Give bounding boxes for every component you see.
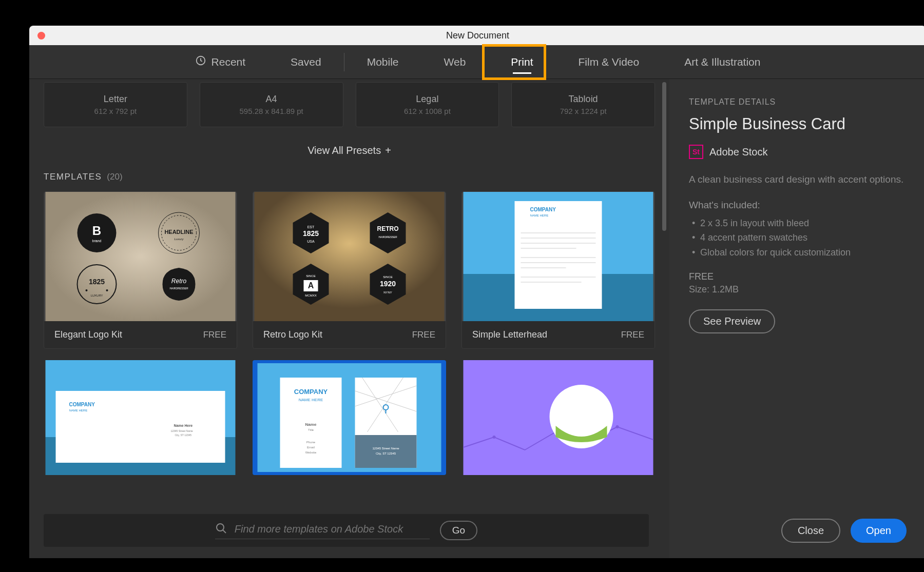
tab-label: Saved: [291, 56, 321, 68]
svg-text:USA: USA: [307, 240, 315, 243]
preset-tabloid[interactable]: Tabloid 792 x 1224 pt: [511, 82, 655, 127]
svg-text:12345 Street Name: 12345 Street Name: [372, 447, 399, 450]
plus-icon: +: [385, 145, 391, 156]
card-price: FREE: [203, 330, 226, 340]
open-button[interactable]: Open: [851, 519, 907, 543]
traffic-lights: [37, 32, 45, 40]
svg-line-75: [223, 530, 226, 533]
preset-dim: 595.28 x 841.89 pt: [239, 107, 303, 115]
svg-point-74: [217, 524, 224, 531]
scrollbar[interactable]: [662, 82, 666, 231]
template-card-infographic[interactable]: [461, 360, 655, 475]
svg-text:Name: Name: [305, 422, 317, 427]
template-card-envelope[interactable]: COMPANY NAME HERE Name Here 12345 Street…: [44, 360, 237, 475]
preset-name: Tabloid: [569, 94, 598, 105]
template-card-letterhead[interactable]: COMPANY NAME HERE Simple Letterhead FREE: [461, 191, 655, 349]
tab-art-illustration[interactable]: Art & Illustration: [662, 45, 783, 79]
svg-text:Luxury: Luxury: [174, 238, 184, 241]
tab-label: Mobile: [367, 56, 399, 68]
template-thumb: EST1825USA RETROHAIRDRESSER SINCEAMCMXX …: [253, 192, 446, 321]
new-document-window: New Document Recent Saved Mobile Web Pri…: [29, 26, 924, 558]
preset-dim: 792 x 1224 pt: [560, 107, 607, 115]
details-sidebar: TEMPLATE DETAILS Simple Business Card St…: [669, 79, 924, 558]
details-description: A clean business card design with accent…: [689, 172, 907, 187]
preset-letter[interactable]: Letter 612 x 792 pt: [44, 82, 187, 127]
list-item: Global colors for quick customization: [689, 245, 907, 260]
tab-saved[interactable]: Saved: [268, 45, 344, 79]
card-footer: Simple Letterhead FREE: [462, 321, 654, 348]
presets-row: Letter 612 x 792 pt A4 595.28 x 841.89 p…: [44, 82, 655, 127]
tab-recent[interactable]: Recent: [172, 45, 268, 79]
svg-text:COMPANY: COMPANY: [530, 207, 556, 212]
svg-text:1920: 1920: [380, 280, 396, 288]
svg-text:LUXURY: LUXURY: [90, 294, 103, 297]
svg-text:SINCE: SINCE: [306, 274, 315, 278]
main-panel: Letter 612 x 792 pt A4 595.28 x 841.89 p…: [29, 79, 669, 558]
svg-text:B: B: [92, 224, 101, 238]
titlebar: New Document: [29, 26, 924, 45]
stock-label: Adobe Stock: [709, 146, 767, 158]
search-bar: Go: [44, 514, 649, 547]
preset-name: Letter: [104, 94, 127, 105]
svg-text:Phone: Phone: [306, 441, 316, 444]
card-title: Simple Letterhead: [472, 329, 547, 340]
svg-text:City, ST 12345: City, ST 12345: [175, 433, 192, 437]
view-all-presets[interactable]: View All Presets+: [44, 145, 655, 156]
close-window-dot[interactable]: [37, 32, 45, 40]
tab-film-video[interactable]: Film & Video: [556, 45, 662, 79]
card-price: FREE: [412, 330, 435, 340]
search-input[interactable]: [235, 523, 430, 535]
svg-text:Title: Title: [308, 428, 314, 431]
template-thumb: Bbrand HEADLINELuxury 1825LUXURY RetroHA…: [44, 192, 237, 321]
template-card-elegant-logo[interactable]: Bbrand HEADLINELuxury 1825LUXURY RetroHA…: [44, 191, 237, 349]
list-item: 4 accent pattern swatches: [689, 230, 907, 245]
card-footer: Retro Logo Kit FREE: [253, 321, 446, 348]
svg-rect-1: [46, 192, 236, 321]
details-section-label: TEMPLATE DETAILS: [689, 97, 907, 107]
svg-text:HAIRDRESSER: HAIRDRESSER: [169, 287, 188, 290]
svg-point-70: [493, 436, 496, 439]
category-tabs: Recent Saved Mobile Web Print Film & Vid…: [29, 45, 924, 79]
preset-legal[interactable]: Legal 612 x 1008 pt: [356, 82, 499, 127]
details-title: Simple Business Card: [689, 115, 907, 133]
file-size: Size: 1.2MB: [689, 284, 907, 295]
svg-point-11: [86, 289, 88, 291]
svg-point-72: [616, 425, 619, 428]
tab-mobile[interactable]: Mobile: [344, 45, 421, 79]
tab-print[interactable]: Print: [488, 45, 555, 79]
dialog-actions: Close Open: [781, 519, 907, 543]
svg-text:HEADLINE: HEADLINE: [164, 229, 193, 235]
search-icon: [215, 522, 227, 537]
svg-rect-66: [355, 435, 417, 468]
window-title: New Document: [446, 30, 509, 41]
preset-dim: 612 x 1008 pt: [404, 107, 451, 115]
svg-text:NAME HERE: NAME HERE: [69, 409, 88, 412]
svg-text:brand: brand: [92, 239, 102, 243]
close-button[interactable]: Close: [781, 519, 840, 543]
see-preview-button[interactable]: See Preview: [689, 309, 775, 333]
list-item: 2 x 3.5 in layout with bleed: [689, 216, 907, 231]
stock-row: St Adobe Stock: [689, 145, 907, 159]
included-label: What's included:: [689, 200, 907, 211]
preset-a4[interactable]: A4 595.28 x 841.89 pt: [200, 82, 343, 127]
tab-web[interactable]: Web: [421, 45, 489, 79]
preset-name: A4: [266, 94, 277, 105]
preset-dim: 612 x 792 pt: [94, 107, 137, 115]
svg-rect-31: [515, 201, 602, 309]
go-button[interactable]: Go: [440, 521, 477, 540]
dialog-body: Letter 612 x 792 pt A4 595.28 x 841.89 p…: [29, 79, 924, 558]
svg-text:Retro: Retro: [171, 278, 187, 285]
search-input-wrap: [215, 522, 430, 539]
svg-text:12345 Street Name: 12345 Street Name: [171, 429, 194, 432]
tab-label: Print: [511, 56, 533, 68]
svg-rect-16: [255, 192, 445, 321]
price-free: FREE: [689, 271, 907, 282]
included-list: 2 x 3.5 in layout with bleed 4 accent pa…: [689, 216, 907, 260]
svg-text:City, ST 12345: City, ST 12345: [376, 452, 396, 455]
svg-text:HAIRDRESSER: HAIRDRESSER: [378, 235, 397, 239]
template-thumb: COMPANY NAME HERE: [462, 192, 654, 321]
template-card-retro-logo[interactable]: EST1825USA RETROHAIRDRESSER SINCEAMCMXX …: [253, 191, 446, 349]
svg-point-12: [106, 289, 108, 291]
svg-text:COMPANY: COMPANY: [69, 402, 95, 407]
template-card-business-card[interactable]: COMPANY NAME HERE Name Title Phone Email…: [253, 360, 446, 475]
